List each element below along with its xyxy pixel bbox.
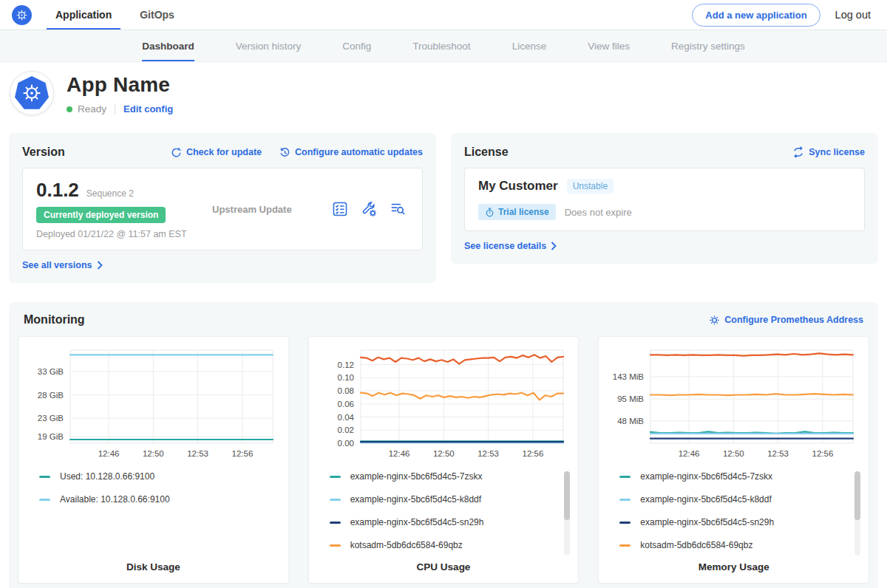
svg-text:12:50: 12:50 (723, 449, 744, 458)
legend-item: kotsadm-5db6dc6584-69qbz (619, 540, 863, 550)
see-license-details-label: See license details (464, 241, 546, 251)
see-license-details-link[interactable]: See license details (464, 241, 557, 251)
subnav-item-license[interactable]: License (512, 30, 547, 61)
refresh-icon (171, 147, 182, 158)
check-for-update-link[interactable]: Check for update (171, 147, 262, 158)
svg-text:0.00: 0.00 (337, 439, 353, 448)
log-out-link[interactable]: Log out (835, 9, 871, 21)
configure-prometheus-link[interactable]: Configure Prometheus Address (709, 315, 863, 326)
svg-text:19 GiB: 19 GiB (38, 432, 64, 441)
app-status-row: Ready Edit config (67, 103, 173, 114)
svg-text:12:50: 12:50 (433, 449, 455, 458)
chart-title-cpu-usage: CPU Usage (315, 561, 573, 572)
legend-item: example-nginx-5bc6f5d4c5-7zskx (619, 471, 863, 482)
customer-name: My Customer (478, 179, 558, 194)
monitoring-card: Monitoring Configure Prometheus Address … (9, 302, 878, 588)
svg-text:12:56: 12:56 (812, 449, 834, 458)
subnav-item-troubleshoot[interactable]: Troubleshoot (412, 30, 470, 61)
subnav-label: License (512, 41, 547, 52)
kubernetes-logo-icon[interactable] (12, 5, 32, 25)
app-logo-icon (10, 72, 53, 114)
sequence-label: Sequence 2 (86, 188, 134, 199)
version-card: Version Check for update Configure autom… (9, 133, 436, 283)
legend-label: example-nginx-5bc6f5d4c5-sn29h (350, 517, 484, 527)
ready-status-dot (67, 106, 72, 112)
legend-label: Used: 10.128.0.66:9100 (60, 471, 154, 482)
version-source-label: Upstream Update (208, 204, 332, 215)
version-card-title: Version (22, 146, 65, 159)
memory-usage-legend: example-nginx-5bc6f5d4c5-7zskxexample-ng… (605, 471, 863, 558)
see-all-versions-link[interactable]: See all versions (22, 260, 103, 270)
add-new-application-button[interactable]: Add a new application (692, 4, 820, 27)
svg-text:12:46: 12:46 (98, 449, 120, 458)
legend-scrollbar-thumb[interactable] (564, 471, 570, 520)
cpu-usage-chart: 0.000.020.040.060.080.100.1212:4612:5012… (315, 344, 572, 462)
edit-config-wrench-icon[interactable] (361, 201, 377, 217)
license-details-box: My Customer Unstable Trial license Does … (464, 168, 865, 231)
trial-license-badge: Trial license (478, 204, 556, 220)
chart-title-disk-usage: Disk Usage (24, 561, 282, 572)
subnav-item-config[interactable]: Config (342, 30, 371, 61)
svg-text:12:56: 12:56 (522, 449, 543, 458)
legend-scrollbar-thumb[interactable] (854, 471, 860, 520)
legend-color-dash (330, 544, 341, 547)
legend-color-dash (619, 522, 631, 524)
subnav-label: Config (342, 41, 371, 52)
legend-label: example-nginx-5bc6f5d4c5-k8ddf (350, 494, 481, 505)
current-version-box: 0.1.2 Sequence 2 Currently deployed vers… (22, 168, 423, 250)
stopwatch-icon (485, 208, 495, 217)
disk-usage-legend: Used: 10.128.0.66:9100Available: 10.128.… (24, 471, 282, 558)
legend-color-dash (619, 476, 631, 478)
legend-item: example-nginx-5bc6f5d4c5-sn29h (330, 517, 573, 527)
svg-text:0.04: 0.04 (337, 413, 354, 422)
svg-text:0.02: 0.02 (337, 425, 353, 434)
subnav-item-version-history[interactable]: Version history (236, 30, 302, 61)
license-card: License Sync license My Customer Unstabl… (451, 133, 878, 264)
tab-application-label: Application (55, 9, 112, 21)
top-navigation-bar: Application GitOps Add a new application… (0, 0, 887, 30)
preflight-checks-icon[interactable] (332, 201, 348, 217)
svg-text:48 MiB: 48 MiB (618, 417, 645, 425)
svg-text:28 GiB: 28 GiB (38, 391, 64, 400)
legend-scrollbar[interactable] (854, 471, 860, 555)
legend-color-dash (39, 499, 50, 501)
subnav-item-registry-settings[interactable]: Registry settings (671, 30, 745, 61)
configure-automatic-updates-link[interactable]: Configure automatic updates (279, 147, 423, 158)
status-label: Ready (78, 103, 106, 114)
svg-text:12:46: 12:46 (388, 449, 409, 458)
cpu-usage-legend: example-nginx-5bc6f5d4c5-7zskxexample-ng… (315, 471, 573, 558)
svg-text:12:56: 12:56 (232, 449, 254, 458)
subnav-label: Troubleshoot (412, 41, 470, 52)
currently-deployed-badge: Currently deployed version (36, 207, 166, 223)
legend-scrollbar[interactable] (564, 471, 570, 555)
tab-gitops[interactable]: GitOps (140, 0, 174, 30)
legend-color-dash (330, 522, 341, 524)
legend-label: Available: 10.128.0.66:9100 (60, 494, 170, 505)
license-card-title: License (464, 146, 509, 159)
memory-usage-chart: 48 MiB95 MiB143 MiB12:4612:5012:5312:56 (605, 344, 862, 462)
svg-text:12:46: 12:46 (679, 449, 700, 458)
svg-text:12:53: 12:53 (768, 449, 789, 458)
subnav-item-dashboard[interactable]: Dashboard (142, 30, 194, 61)
sync-license-link[interactable]: Sync license (792, 146, 865, 158)
edit-config-link[interactable]: Edit config (123, 103, 173, 114)
svg-text:0.06: 0.06 (337, 400, 353, 408)
legend-item: example-nginx-5bc6f5d4c5-k8ddf (619, 494, 863, 505)
clock-update-icon (279, 147, 290, 158)
summary-cards-row: Version Check for update Configure autom… (0, 126, 887, 283)
svg-text:12:53: 12:53 (478, 449, 499, 458)
legend-color-dash (330, 476, 341, 478)
disk-usage-chart-card: 19 GiB23 GiB28 GiB33 GiB12:4612:5012:531… (18, 336, 289, 584)
svg-text:12:53: 12:53 (187, 449, 208, 458)
view-deploy-logs-icon[interactable] (390, 201, 406, 217)
tab-application[interactable]: Application (55, 0, 112, 30)
legend-label: example-nginx-5bc6f5d4c5-7zskx (350, 471, 483, 482)
topnav-right-actions: Add a new application Log out (692, 4, 871, 27)
trial-license-label: Trial license (498, 207, 549, 217)
subnav-item-view-files[interactable]: View files (588, 30, 630, 61)
svg-text:23 GiB: 23 GiB (38, 414, 64, 423)
gear-icon (709, 315, 720, 326)
license-expiry: Does not expire (565, 207, 632, 218)
chevron-right-icon (551, 242, 557, 250)
deployed-timestamp: Deployed 01/21/22 @ 11:57 am EST (36, 229, 208, 239)
